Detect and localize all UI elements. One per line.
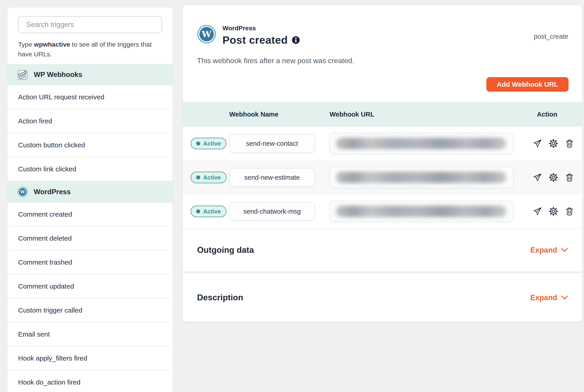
gear-icon[interactable] bbox=[549, 139, 558, 148]
gear-icon[interactable] bbox=[549, 173, 558, 182]
sidebar-item-label: Comment created bbox=[18, 210, 72, 218]
sidebar-item-comment-updated[interactable]: Comment updated bbox=[8, 274, 173, 298]
integration-label: WordPress bbox=[222, 25, 300, 32]
page-title: Post created bbox=[222, 34, 300, 46]
webhook-row: Active bbox=[183, 160, 582, 194]
expand-description-button[interactable]: Expand bbox=[530, 293, 568, 302]
trigger-header: W WordPress Post created post_create bbox=[183, 5, 582, 46]
webhook-url-field[interactable] bbox=[330, 201, 513, 222]
webhook-name-input[interactable] bbox=[229, 202, 315, 221]
sidebar-item-label: Hook do_action fired bbox=[18, 378, 80, 386]
row-actions bbox=[533, 139, 574, 148]
col-header-webhook-name: Webhook Name bbox=[229, 111, 278, 118]
trigger-title-text: Post created bbox=[222, 34, 288, 46]
sidebar-item-custom-link-clicked[interactable]: Custom link clicked bbox=[8, 157, 173, 181]
send-icon[interactable] bbox=[533, 207, 542, 216]
sidebar-item-label: Action URL request received bbox=[18, 93, 104, 101]
trash-icon[interactable] bbox=[565, 173, 574, 182]
gear-icon[interactable] bbox=[549, 207, 558, 216]
sidebar-item-comment-trashed[interactable]: Comment trashed bbox=[8, 250, 173, 274]
webhook-name-input[interactable] bbox=[229, 168, 315, 187]
webhook-url-field[interactable] bbox=[330, 133, 513, 154]
search-input[interactable] bbox=[18, 16, 162, 33]
description-section: Description Expand bbox=[183, 273, 582, 322]
sidebar-item-label: Comment deleted bbox=[18, 234, 72, 242]
status-label: Active bbox=[203, 174, 221, 181]
group-label: WordPress bbox=[34, 188, 71, 196]
sidebar-item-label: Custom link clicked bbox=[18, 165, 76, 173]
section-divider bbox=[183, 271, 582, 273]
search-helper-text: Type wpwhactive to see all of the trigge… bbox=[18, 40, 162, 59]
blurred-url-value bbox=[336, 138, 506, 149]
section-title-outgoing-data: Outgoing data bbox=[197, 245, 254, 255]
sidebar-item-comment-created[interactable]: Comment created bbox=[8, 202, 173, 226]
sidebar-item-label: Email sent bbox=[18, 330, 50, 338]
sidebar-item-label: Custom button clicked bbox=[18, 141, 85, 149]
webhooks-table: Webhook Name Webhook URL Action Active bbox=[183, 102, 582, 229]
send-icon[interactable] bbox=[533, 173, 542, 182]
expand-outgoing-data-button[interactable]: Expand bbox=[530, 246, 568, 254]
chevron-down-icon bbox=[561, 248, 568, 252]
triggers-sidebar: Type wpwhactive to see all of the trigge… bbox=[8, 8, 173, 392]
webhook-name-input[interactable] bbox=[229, 134, 315, 153]
wordpress-icon: W bbox=[18, 187, 28, 197]
sidebar-item-label: Hook apply_filters fired bbox=[18, 354, 87, 362]
blurred-url-value bbox=[336, 172, 506, 183]
trigger-slug: post_create bbox=[534, 33, 568, 40]
webhooks-table-header: Webhook Name Webhook URL Action bbox=[183, 102, 582, 126]
webhook-row: Active bbox=[183, 126, 582, 160]
sidebar-item-email-sent[interactable]: Email sent bbox=[8, 322, 173, 346]
info-icon[interactable] bbox=[292, 36, 300, 44]
trash-icon[interactable] bbox=[565, 207, 574, 216]
helper-keyword: wpwhactive bbox=[34, 41, 70, 48]
helper-prefix: Type bbox=[18, 41, 34, 48]
expand-label: Expand bbox=[530, 293, 557, 302]
blurred-url-value bbox=[336, 206, 506, 217]
sidebar-item-hook-apply-filters-fired[interactable]: Hook apply_filters fired bbox=[8, 346, 173, 370]
col-header-webhook-url: Webhook URL bbox=[330, 111, 375, 118]
status-dot-icon bbox=[196, 176, 200, 180]
trigger-detail-panel: W WordPress Post created post_create Thi… bbox=[183, 5, 582, 322]
sidebar-item-action-url-request-received[interactable]: Action URL request received bbox=[8, 85, 173, 109]
status-label: Active bbox=[203, 140, 221, 147]
send-icon[interactable] bbox=[533, 139, 542, 148]
webhook-url-field[interactable] bbox=[330, 167, 513, 188]
outgoing-data-section: Outgoing data Expand bbox=[183, 229, 582, 271]
row-actions bbox=[533, 207, 574, 216]
col-header-action: Action bbox=[537, 111, 557, 118]
sidebar-item-label: Custom trigger called bbox=[18, 306, 82, 314]
trigger-titles: WordPress Post created bbox=[222, 24, 300, 46]
trash-icon[interactable] bbox=[565, 139, 574, 148]
sidebar-item-custom-trigger-called[interactable]: Custom trigger called bbox=[8, 298, 173, 322]
sidebar-item-label: Comment updated bbox=[18, 282, 74, 290]
wp-webhooks-icon bbox=[18, 70, 28, 80]
wordpress-icon: W bbox=[197, 25, 216, 44]
sidebar-item-hook-do-action-fired[interactable]: Hook do_action fired bbox=[8, 370, 173, 392]
chevron-down-icon bbox=[561, 295, 568, 300]
section-title-description: Description bbox=[197, 293, 243, 302]
webhook-row: Active bbox=[183, 194, 582, 228]
sidebar-item-label: Action fired bbox=[18, 117, 52, 125]
status-badge: Active bbox=[190, 138, 226, 150]
status-badge: Active bbox=[190, 206, 226, 217]
sidebar-item-label: Comment trashed bbox=[18, 258, 72, 266]
search-wrap bbox=[8, 8, 173, 33]
svg-text:W: W bbox=[20, 189, 25, 194]
status-badge: Active bbox=[190, 172, 226, 183]
sidebar-item-custom-button-clicked[interactable]: Custom button clicked bbox=[8, 133, 173, 157]
status-label: Active bbox=[203, 208, 221, 215]
sidebar-item-comment-deleted[interactable]: Comment deleted bbox=[8, 226, 173, 250]
group-header-wordpress[interactable]: W WordPress bbox=[8, 181, 173, 202]
group-label: WP Webhooks bbox=[34, 70, 82, 79]
status-dot-icon bbox=[196, 142, 200, 146]
svg-text:W: W bbox=[202, 29, 212, 39]
status-dot-icon bbox=[196, 209, 200, 214]
sidebar-item-action-fired[interactable]: Action fired bbox=[8, 109, 173, 133]
button-row: Add Webhook URL bbox=[183, 77, 582, 92]
add-webhook-url-button[interactable]: Add Webhook URL bbox=[486, 77, 568, 92]
expand-label: Expand bbox=[530, 246, 557, 254]
group-header-wp-webhooks[interactable]: WP Webhooks bbox=[8, 64, 173, 85]
trigger-description: This webhook fires after a new post was … bbox=[197, 56, 582, 65]
row-actions bbox=[533, 173, 574, 182]
